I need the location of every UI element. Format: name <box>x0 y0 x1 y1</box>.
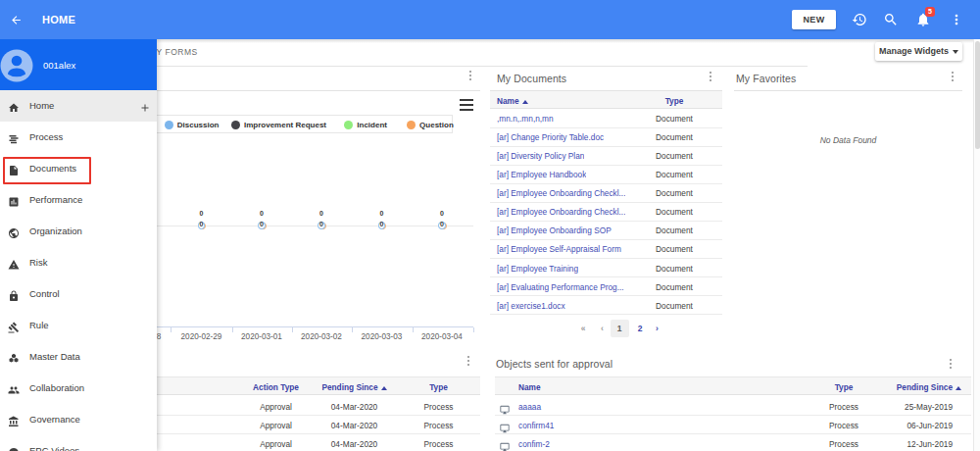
my-favorites-title: My Favorites <box>736 73 796 84</box>
document-name-link[interactable]: [ar] Diversity Policy Plan <box>497 151 584 161</box>
my-documents-kebab-menu-icon[interactable] <box>705 70 716 83</box>
chart-zero-gridline <box>111 226 473 226</box>
page-title: HOME <box>42 0 75 39</box>
row-divider <box>490 221 722 222</box>
pagination-next-icon[interactable]: › <box>651 320 664 338</box>
process-monitor-icon <box>500 438 510 451</box>
row-divider <box>490 202 722 203</box>
scrollbar-thumb[interactable] <box>975 41 980 149</box>
document-name-link[interactable]: ,mn.n,.mn,n,mn <box>497 114 554 124</box>
document-name-link[interactable]: [ar] Change Priority Table.doc <box>497 132 604 142</box>
legend-item-improvement-request[interactable]: Improvement Request <box>231 120 326 129</box>
sidebar-item-epc-videos[interactable]: EPC Videos <box>0 435 157 451</box>
legend-item-discussion[interactable]: Discussion <box>165 120 220 129</box>
document-name-link[interactable]: [ar] exercise1.docx <box>497 301 565 311</box>
row-divider <box>490 258 722 259</box>
sidebar-item-label: Control <box>29 278 60 310</box>
sidebar-item-label: Master Data <box>29 341 80 373</box>
object-name-link[interactable]: confim-2 <box>518 439 550 449</box>
my-favorites-kebab-menu-icon[interactable] <box>947 70 958 83</box>
more-vertical-icon[interactable] <box>949 12 964 27</box>
document-name-link[interactable]: [ar] Employee Onboarding SOP <box>497 226 612 235</box>
legend-item-incident[interactable]: Incident <box>344 120 387 129</box>
sidebar-item-home[interactable]: Home <box>0 90 157 122</box>
document-name-link[interactable]: [ar] Employee Handbook <box>497 170 586 179</box>
x-axis-label: 2020-03-01 <box>232 332 291 341</box>
row-divider <box>490 165 722 166</box>
document-name-link[interactable]: [ar] Employee Training <box>497 264 578 274</box>
data-label: 0 <box>372 210 392 217</box>
cell-type: Document <box>647 264 702 274</box>
row-divider <box>490 183 722 184</box>
rule-gavel-icon <box>8 320 20 331</box>
history-icon[interactable] <box>852 12 867 27</box>
cell-type: Process <box>382 402 495 412</box>
user-avatar-icon[interactable] <box>0 49 33 82</box>
sidebar-item-control[interactable]: Control <box>0 278 157 310</box>
sidebar-item-collaboration[interactable]: Collaboration <box>0 373 157 404</box>
organization-globe-icon <box>8 226 20 237</box>
column-header-type[interactable]: Type <box>382 382 495 392</box>
my-favorites-separator <box>734 90 962 91</box>
add-home-tab-icon[interactable] <box>139 100 151 112</box>
cell-type: Document <box>647 132 702 142</box>
row-divider <box>490 295 722 296</box>
row-divider <box>495 433 971 434</box>
pagination-page-1[interactable]: 1 <box>611 320 629 338</box>
back-arrow-icon[interactable] <box>10 14 23 26</box>
x-axis-label: 2020-03-04 <box>413 332 471 341</box>
pagination-prev-icon[interactable]: ‹ <box>596 320 610 338</box>
sidebar-item-rule[interactable]: Rule <box>0 310 157 341</box>
document-name-link[interactable]: [ar] Evaluating Performance Prog... <box>497 282 624 292</box>
sidebar-item-performance[interactable]: Performance <box>0 184 157 216</box>
object-name-link[interactable]: aaaaa <box>518 402 541 412</box>
legend-label: Improvement Request <box>244 121 326 129</box>
manage-widgets-button[interactable]: Manage Widgets <box>875 42 962 61</box>
home-icon <box>8 100 20 112</box>
cell-type: Process <box>382 439 495 449</box>
sidebar-item-label: Organization <box>29 216 82 247</box>
chart-widget-kebab-menu-icon[interactable] <box>465 69 476 82</box>
column-header-type[interactable]: Type <box>823 382 864 392</box>
column-header-name[interactable]: Name <box>497 96 528 106</box>
sidebar-item-governance[interactable]: Governance <box>0 404 157 435</box>
videos-play-icon <box>8 445 20 451</box>
cell-type: Document <box>647 244 702 254</box>
manage-widgets-label: Manage Widgets <box>879 46 949 56</box>
search-icon[interactable] <box>883 12 899 27</box>
legend-item-question[interactable]: Question <box>407 120 454 129</box>
caret-down-icon <box>953 50 958 54</box>
vertical-scrollbar[interactable] <box>973 39 980 451</box>
column-header-type[interactable]: Type <box>647 96 702 106</box>
document-name-link[interactable]: [ar] Employee Onboarding Checkl... <box>497 207 625 217</box>
document-name-link[interactable]: [ar] Employee Onboarding Checkl... <box>497 188 625 198</box>
chart-export-hamburger-icon[interactable] <box>460 99 473 111</box>
documents-highlight-box <box>3 157 91 185</box>
sidebar-item-organization[interactable]: Organization <box>0 216 157 247</box>
new-button[interactable]: NEW <box>792 10 836 29</box>
application-window: HOME NEW 5 MY FORMS Manage Widgets Discu… <box>0 0 980 451</box>
data-label: 0 <box>372 221 392 227</box>
legend-dot-icon <box>231 121 240 129</box>
row-divider <box>490 146 722 147</box>
object-name-link[interactable]: confirm41 <box>518 421 554 430</box>
row-divider <box>495 415 971 416</box>
sidebar-item-label: Governance <box>29 404 80 435</box>
pagination-first-icon[interactable]: « <box>576 320 590 338</box>
pending-approvals-kebab-menu-icon[interactable] <box>463 354 474 368</box>
sidebar-item-risk[interactable]: Risk <box>0 247 157 278</box>
document-name-link[interactable]: [ar] Employee Self-Appraisal Form <box>497 244 621 254</box>
sidebar-item-process[interactable]: Process <box>0 122 157 153</box>
cell-type: Process <box>823 402 864 412</box>
sidebar-item-master-data[interactable]: Master Data <box>0 341 157 373</box>
objects-approval-kebab-menu-icon[interactable] <box>945 357 956 371</box>
column-header-name[interactable]: Name <box>518 382 541 392</box>
row-divider <box>490 314 722 315</box>
cell-type: Process <box>823 439 864 449</box>
column-header-pending-since[interactable]: Pending Since <box>897 382 961 392</box>
cell-type: Process <box>823 421 864 430</box>
username-label: 001alex <box>43 39 75 90</box>
cell-pending-since: 25-May-2019 <box>862 402 953 412</box>
pagination-page-2[interactable]: 2 <box>631 320 650 338</box>
master-data-cubes-icon <box>8 351 20 363</box>
